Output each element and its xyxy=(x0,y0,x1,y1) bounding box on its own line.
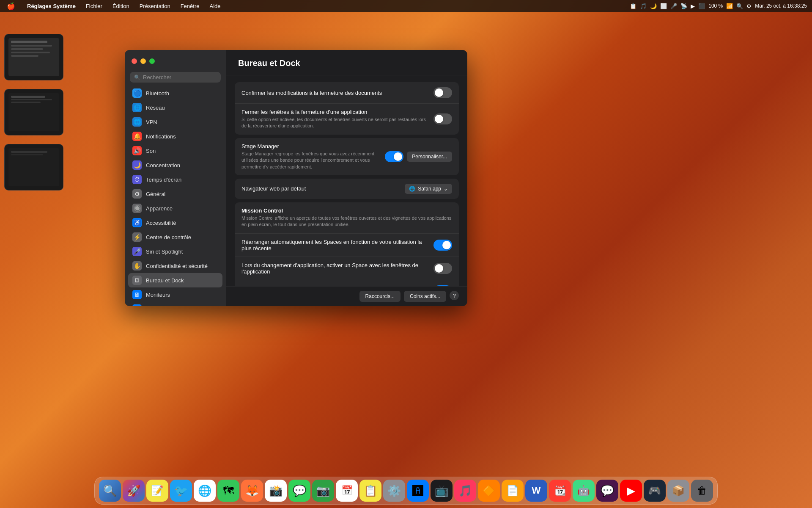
presentation-menu[interactable]: Présentation xyxy=(138,2,172,10)
stage-manager-label: Stage Manager xyxy=(241,143,380,149)
coins-actifs-button[interactable]: Coins actifs... xyxy=(404,291,446,302)
dock-steam[interactable]: 🎮 xyxy=(644,480,666,502)
minimize-button[interactable] xyxy=(140,58,146,64)
menubar-screen-icon[interactable]: ⬜ xyxy=(660,3,667,9)
dock-facetime[interactable]: 📷 xyxy=(312,480,334,502)
browser-label: Navigateur web par défaut xyxy=(241,185,306,192)
sidebar-item-apparence[interactable]: 🔘 Apparence xyxy=(128,201,222,215)
sidebar-label-fond-ecran: Fond d'écran xyxy=(146,306,178,306)
aide-menu[interactable]: Aide xyxy=(208,2,222,10)
sidebar-item-fond-ecran[interactable]: 🖼 Fond d'écran xyxy=(128,302,222,306)
sidebar-item-accessibilite[interactable]: ♿ Accessibilité xyxy=(128,215,222,230)
sidebar-item-confidentialite[interactable]: ✋ Confidentialité et sécurité xyxy=(128,259,222,273)
sidebar-label-bureau-dock: Bureau et Dock xyxy=(146,277,184,284)
sidebar-item-concentration[interactable]: 🌙 Concentration xyxy=(128,158,222,172)
help-button[interactable]: ? xyxy=(450,291,459,300)
sidebar-item-son[interactable]: 🔊 Son xyxy=(128,144,222,158)
stage-thumb-2[interactable] xyxy=(4,89,63,135)
close-button[interactable] xyxy=(132,58,137,64)
sidebar-label-bluetooth: Bluetooth xyxy=(146,90,169,97)
sidebar-item-siri[interactable]: 🎤 Siri et Spotlight xyxy=(128,244,222,259)
menubar-right: 📋 🎵 🌙 ⬜ 🎤 📡 ▶ ⬛ 100 % 📶 🔍 ⚙ Mar. 25 oct.… xyxy=(630,3,807,9)
dock-slack[interactable]: 💬 xyxy=(596,480,618,502)
sidebar-label-centre-controle: Centre de contrôle xyxy=(146,234,191,240)
dock-messages[interactable]: 💬 xyxy=(288,480,310,502)
apple-menu[interactable]: 🍎 xyxy=(5,1,17,11)
dock-fantastical[interactable]: 📆 xyxy=(549,480,571,502)
app-name-menu[interactable]: Réglages Système xyxy=(25,2,77,10)
vpn-icon: 🌐 xyxy=(132,117,142,127)
dock-android[interactable]: 🤖 xyxy=(573,480,595,502)
dock-trash[interactable]: 🗑 xyxy=(691,480,713,502)
fond-ecran-icon: 🖼 xyxy=(132,304,142,306)
sidebar-label-concentration: Concentration xyxy=(146,162,180,168)
sidebar-item-general[interactable]: ⚙ Général xyxy=(128,187,222,201)
dock-music[interactable]: 🎵 xyxy=(454,480,476,502)
reseau-icon: 🌐 xyxy=(132,103,142,112)
dock-notes[interactable]: 📝 xyxy=(146,480,168,502)
fenetre-menu[interactable]: Fenêtre xyxy=(179,2,201,10)
general-icon: ⚙ xyxy=(132,189,142,199)
dock-calendar[interactable]: 📅 xyxy=(336,480,358,502)
menubar-wifi-icon[interactable]: 📶 xyxy=(726,3,733,9)
dock-appstore[interactable]: 🅰 xyxy=(407,480,429,502)
notifications-icon: 🔔 xyxy=(132,132,142,141)
confirm-modif-toggle[interactable] xyxy=(433,87,452,98)
raccourcis-button[interactable]: Raccourcis... xyxy=(359,291,401,302)
sidebar-item-temps-ecran[interactable]: ⏱ Temps d'écran xyxy=(128,172,222,187)
fichier-menu[interactable]: Fichier xyxy=(84,2,104,10)
sidebar-item-notifications[interactable]: 🔔 Notifications xyxy=(128,129,222,144)
stage-manager-toggle[interactable] xyxy=(385,151,403,162)
menubar-shazam-icon[interactable]: 🎵 xyxy=(640,3,647,9)
edition-menu[interactable]: Édition xyxy=(111,2,131,10)
sidebar-item-bureau-dock[interactable]: 🖥 Bureau et Dock xyxy=(128,273,222,287)
bureau-dock-icon: 🖥 xyxy=(132,276,142,285)
menubar-mic-icon[interactable]: 🎤 xyxy=(670,3,677,9)
dock-vlc[interactable]: 🔶 xyxy=(478,480,500,502)
dock-youtube[interactable]: ▶ xyxy=(620,480,642,502)
dock-archive[interactable]: 📦 xyxy=(667,480,689,502)
menubar-controlcenter-icon[interactable]: ⚙ xyxy=(746,3,752,9)
customize-button[interactable]: Personnaliser... xyxy=(407,152,452,162)
stage-thumb-3[interactable] xyxy=(4,144,63,190)
menubar-search-icon[interactable]: 🔍 xyxy=(736,3,743,9)
sidebar-item-centre-controle[interactable]: ⚡ Centre de contrôle xyxy=(128,230,222,244)
dock-twitter[interactable]: 🐦 xyxy=(170,480,192,502)
maximize-button[interactable] xyxy=(149,58,155,64)
dock-launchpad[interactable]: 🚀 xyxy=(123,480,145,502)
activer-space-toggle[interactable] xyxy=(433,263,452,274)
sidebar-item-moniteurs[interactable]: 🖥 Moniteurs xyxy=(128,287,222,302)
dock-finder[interactable]: 🔍 xyxy=(99,480,121,502)
sidebar-item-vpn[interactable]: 🌐 VPN xyxy=(128,115,222,129)
sidebar-item-bluetooth[interactable]: 🔵 Bluetooth xyxy=(128,86,222,100)
dock-firefox[interactable]: 🦊 xyxy=(241,480,263,502)
fermer-fenetres-toggle[interactable] xyxy=(433,113,452,124)
dock-word[interactable]: W xyxy=(525,480,547,502)
menubar-icons: 📋 🎵 🌙 ⬜ 🎤 📡 ▶ ⬛ 100 % 📶 🔍 ⚙ xyxy=(630,3,752,9)
dock-appletv[interactable]: 📺 xyxy=(431,480,453,502)
search-box[interactable]: 🔍 Rechercher xyxy=(130,72,221,83)
dock-photos[interactable]: 📸 xyxy=(265,480,287,502)
activer-space-item: Lors du changement d'application, active… xyxy=(235,257,459,280)
traffic-lights xyxy=(132,58,155,64)
rearranger-toggle[interactable] xyxy=(433,240,452,251)
menubar-play-icon[interactable]: ▶ xyxy=(691,3,695,9)
menubar-moon-icon[interactable]: 🌙 xyxy=(650,3,657,9)
menubar-note-icon[interactable]: 📋 xyxy=(630,3,636,9)
concentration-icon: 🌙 xyxy=(132,160,142,170)
stage-manager-knob xyxy=(394,152,402,161)
dock-chrome[interactable]: 🌐 xyxy=(194,480,216,502)
dock-settings[interactable]: ⚙️ xyxy=(383,480,405,502)
dock-pages[interactable]: 📄 xyxy=(502,480,524,502)
dock-stickies[interactable]: 📋 xyxy=(359,480,381,502)
browser-selector[interactable]: 🌐 Safari.app ⌄ xyxy=(405,184,452,194)
grouper-toggle[interactable] xyxy=(433,285,452,286)
stage-thumb-1[interactable] xyxy=(4,34,63,80)
sidebar-item-reseau[interactable]: 🌐 Réseau xyxy=(128,100,222,115)
menubar-bluetooth-icon[interactable]: ⬛ xyxy=(698,3,705,9)
menubar-airplay-icon[interactable]: 📡 xyxy=(680,3,687,9)
apparence-icon: 🔘 xyxy=(132,204,142,213)
moniteurs-icon: 🖥 xyxy=(132,290,142,299)
mission-control-title: Mission Control xyxy=(241,207,452,214)
dock-maps[interactable]: 🗺 xyxy=(217,480,239,502)
